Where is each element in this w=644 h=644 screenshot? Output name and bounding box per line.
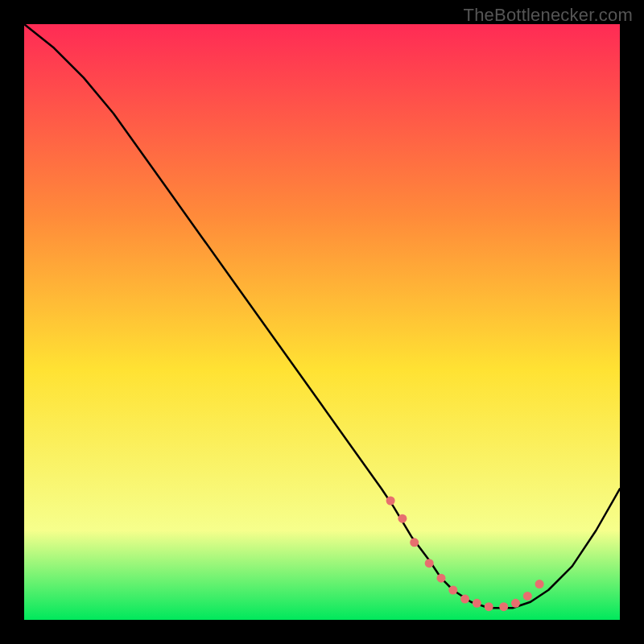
marker-dot bbox=[511, 599, 520, 608]
marker-dot bbox=[523, 592, 532, 601]
marker-dot bbox=[437, 574, 446, 583]
marker-dot bbox=[386, 497, 395, 506]
marker-dot bbox=[499, 602, 508, 611]
marker-dot bbox=[485, 602, 493, 611]
marker-dot bbox=[460, 595, 469, 604]
marker-dot bbox=[425, 559, 434, 568]
marker-dot bbox=[398, 514, 407, 523]
marker-dot bbox=[410, 538, 419, 547]
attribution-text: TheBottlenecker.com bbox=[464, 5, 633, 26]
chart-frame: TheBottlenecker.com bbox=[0, 0, 644, 644]
marker-dot bbox=[448, 586, 457, 595]
bottleneck-chart bbox=[0, 0, 644, 644]
marker-dot bbox=[473, 599, 481, 608]
marker-dot bbox=[535, 580, 544, 588]
